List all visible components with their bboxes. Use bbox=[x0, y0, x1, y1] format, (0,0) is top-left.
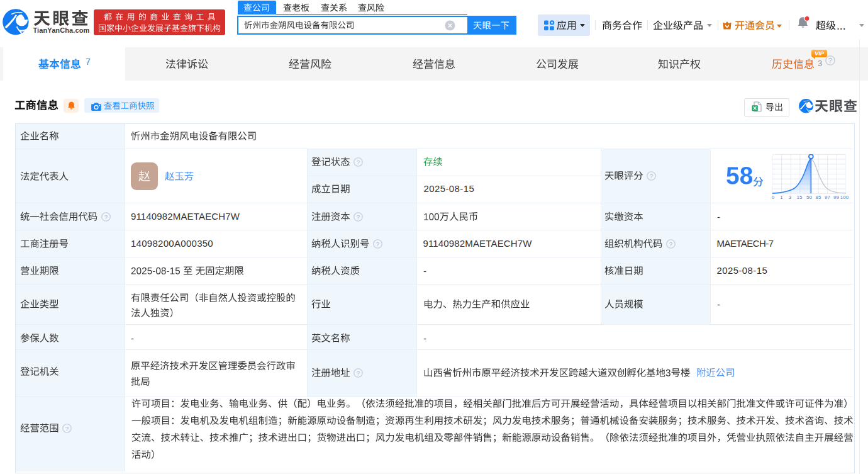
svg-text:?: ? bbox=[357, 213, 360, 220]
svg-text:?: ? bbox=[376, 240, 380, 247]
svg-text:?: ? bbox=[65, 425, 69, 432]
svg-text:?: ? bbox=[357, 370, 360, 376]
svg-text:?: ? bbox=[669, 240, 673, 247]
svg-text:?: ? bbox=[650, 172, 654, 179]
svg-text:?: ? bbox=[104, 213, 108, 220]
svg-text:?: ? bbox=[357, 159, 360, 166]
svg-text:?: ? bbox=[828, 56, 832, 64]
